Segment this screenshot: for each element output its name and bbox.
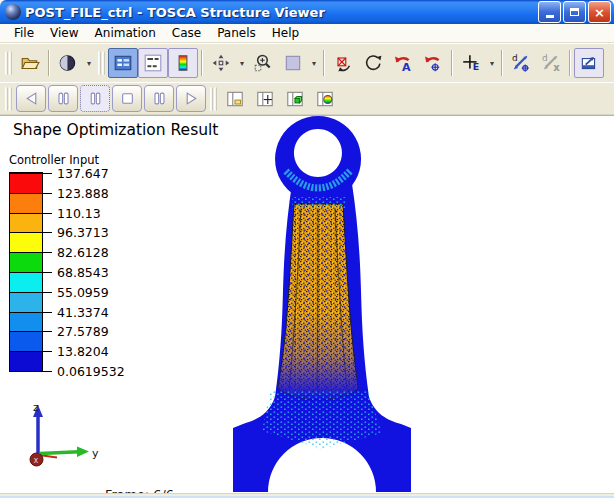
rotate-center-icon xyxy=(423,53,443,73)
toolbar-grip[interactable] xyxy=(5,51,12,75)
svg-text:d: d xyxy=(512,53,518,63)
pause-icon xyxy=(88,91,103,106)
legend-band xyxy=(10,173,42,193)
legend-band xyxy=(10,312,42,332)
legend-tick-label: 41.3374 xyxy=(57,305,109,320)
rotate-view-button[interactable] xyxy=(358,48,388,78)
pan-view-dropdown[interactable]: ▾ xyxy=(236,48,248,78)
open-file-button[interactable] xyxy=(15,48,45,78)
legend-tick-label: 0.0619532 xyxy=(57,364,125,379)
close-icon: × xyxy=(594,6,605,19)
panel-legend-icon xyxy=(315,89,335,109)
element-select-dropdown[interactable]: ▾ xyxy=(486,48,498,78)
play-forward-button[interactable] xyxy=(176,85,206,112)
legend-tick-label: 13.8204 xyxy=(57,344,109,359)
legend-values-button[interactable] xyxy=(138,48,168,78)
panel-model-button[interactable] xyxy=(280,84,310,114)
legend-band xyxy=(10,351,42,371)
zoom-in-button[interactable] xyxy=(248,48,278,78)
frame-label: Frame: 6/6 xyxy=(105,487,236,493)
rotate-center-button[interactable] xyxy=(418,48,448,78)
axis-y-label: y xyxy=(92,447,99,460)
stop-icon xyxy=(120,91,135,106)
minimize-button[interactable] xyxy=(538,1,561,23)
menu-item-view[interactable]: View xyxy=(42,25,86,41)
color-spectrum-button[interactable] xyxy=(168,48,198,78)
stop-button[interactable] xyxy=(112,85,142,112)
shaded-view-dropdown[interactable]: ▾ xyxy=(83,48,95,78)
menu-item-panels[interactable]: Panels xyxy=(209,25,264,41)
pan-view-button[interactable] xyxy=(206,48,236,78)
fit-view-button[interactable] xyxy=(278,48,308,78)
rotate-model-icon xyxy=(333,53,353,73)
legend-tick xyxy=(10,371,52,372)
rotate-model-button[interactable] xyxy=(328,48,358,78)
toolbar-animation xyxy=(0,82,614,115)
legend-scale: 137.647123.888110.1396.371382.612868.854… xyxy=(9,172,159,377)
legend-band xyxy=(10,252,42,272)
svg-text:E: E xyxy=(473,61,479,72)
legend-band xyxy=(10,213,42,233)
result-legend: Controller Input 137.647123.888110.1396.… xyxy=(9,153,159,377)
shaded-view-button[interactable] xyxy=(53,48,83,78)
element-select-button[interactable]: E xyxy=(456,48,486,78)
maximize-icon xyxy=(570,8,579,16)
axis-x-label: x xyxy=(34,456,39,465)
menu-bar: FileViewAnimationCasePanelsHelp xyxy=(0,24,614,43)
toolbar-separator xyxy=(48,50,50,76)
step-backward-icon xyxy=(56,91,71,106)
toolbar-main: ▾ xyxy=(0,43,614,82)
toolbar-grip[interactable] xyxy=(98,51,105,75)
close-button[interactable]: × xyxy=(588,1,611,23)
menu-item-help[interactable]: Help xyxy=(264,25,307,41)
open-file-icon xyxy=(20,53,40,73)
toolbar-grip[interactable] xyxy=(210,87,217,111)
panel-model-icon xyxy=(285,89,305,109)
panel-legend-button[interactable] xyxy=(310,84,340,114)
fit-view-dropdown[interactable]: ▾ xyxy=(308,48,320,78)
viewport[interactable]: Shape Optimization Result xyxy=(0,115,614,493)
step-forward-button[interactable] xyxy=(144,85,174,112)
legend-values-icon xyxy=(143,53,163,73)
svg-text:x: x xyxy=(553,62,560,73)
legend-tick-label: 55.0959 xyxy=(57,285,109,300)
legend-list-button[interactable] xyxy=(108,48,138,78)
legend-band xyxy=(10,193,42,213)
panel-pointer-button[interactable] xyxy=(250,84,280,114)
legend-tick-label: 96.3713 xyxy=(57,225,109,240)
zoom-in-icon xyxy=(253,53,273,73)
legend-band xyxy=(10,331,42,351)
rotate-animation-button[interactable]: A xyxy=(388,48,418,78)
legend-tick xyxy=(10,272,52,273)
step-forward-icon xyxy=(152,91,167,106)
measure-remove-button[interactable]: d x xyxy=(536,48,566,78)
toolbar-grip[interactable] xyxy=(5,87,12,111)
play-backward-button[interactable] xyxy=(16,85,46,112)
legend-tick-label: 68.8543 xyxy=(57,265,109,280)
legend-tick-label: 123.888 xyxy=(57,186,109,201)
svg-text:d: d xyxy=(542,53,548,63)
legend-tick-label: 82.6128 xyxy=(57,245,109,260)
legend-tick xyxy=(10,292,52,293)
menu-item-case[interactable]: Case xyxy=(164,25,209,41)
pan-view-icon xyxy=(211,53,231,73)
legend-band xyxy=(10,232,42,252)
menu-item-animation[interactable]: Animation xyxy=(87,25,164,41)
legend-tick xyxy=(10,312,52,313)
panel-message-icon xyxy=(225,89,245,109)
maximize-viewport-button[interactable] xyxy=(574,48,604,78)
axis-z-label: z xyxy=(33,401,39,414)
measure-distance-button[interactable]: d xyxy=(506,48,536,78)
panel-message-button[interactable] xyxy=(220,84,250,114)
legend-tick xyxy=(10,232,52,233)
maximize-button[interactable] xyxy=(563,1,586,23)
title-bar[interactable]: POST_FILE_ctrl - TOSCA Structure Viewer … xyxy=(0,0,614,24)
legend-band xyxy=(10,292,42,312)
tosca-globe-icon xyxy=(5,4,21,20)
pause-button[interactable] xyxy=(80,85,110,112)
menu-item-file[interactable]: File xyxy=(6,25,42,41)
color-spectrum-icon xyxy=(173,53,193,73)
legend-tick-label: 137.647 xyxy=(57,166,109,181)
axis-triad: x z y xyxy=(30,401,99,466)
step-backward-button[interactable] xyxy=(48,85,78,112)
